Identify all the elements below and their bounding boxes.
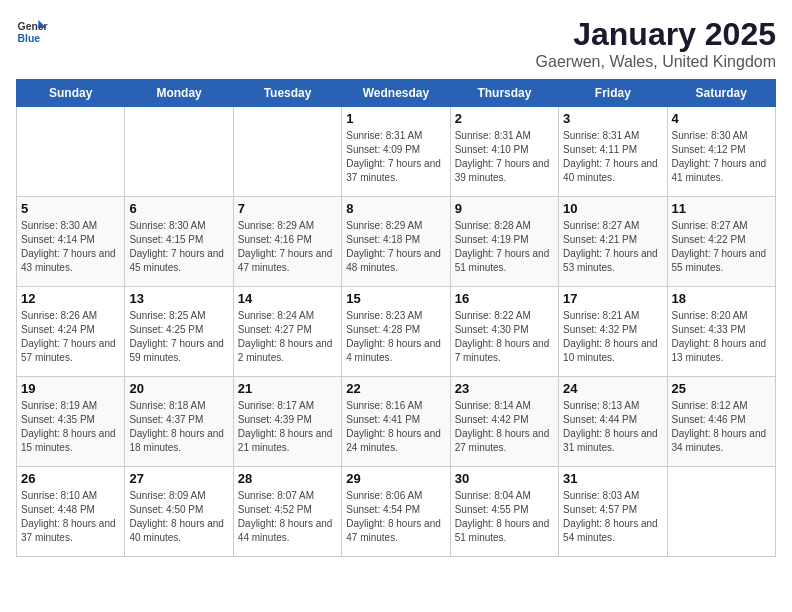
day-number: 19: [21, 381, 120, 396]
day-header-monday: Monday: [125, 80, 233, 107]
calendar-cell: 9Sunrise: 8:28 AM Sunset: 4:19 PM Daylig…: [450, 197, 558, 287]
day-info: Sunrise: 8:03 AM Sunset: 4:57 PM Dayligh…: [563, 489, 662, 545]
calendar-cell: 23Sunrise: 8:14 AM Sunset: 4:42 PM Dayli…: [450, 377, 558, 467]
day-info: Sunrise: 8:30 AM Sunset: 4:12 PM Dayligh…: [672, 129, 771, 185]
calendar-cell: 3Sunrise: 8:31 AM Sunset: 4:11 PM Daylig…: [559, 107, 667, 197]
page-header: General Blue January 2025 Gaerwen, Wales…: [16, 16, 776, 71]
day-number: 13: [129, 291, 228, 306]
calendar-cell: 11Sunrise: 8:27 AM Sunset: 4:22 PM Dayli…: [667, 197, 775, 287]
calendar-table: SundayMondayTuesdayWednesdayThursdayFrid…: [16, 79, 776, 557]
day-info: Sunrise: 8:18 AM Sunset: 4:37 PM Dayligh…: [129, 399, 228, 455]
calendar-cell: [233, 107, 341, 197]
day-header-saturday: Saturday: [667, 80, 775, 107]
logo: General Blue: [16, 16, 48, 48]
calendar-cell: 8Sunrise: 8:29 AM Sunset: 4:18 PM Daylig…: [342, 197, 450, 287]
page-title: January 2025: [536, 16, 776, 53]
calendar-cell: 1Sunrise: 8:31 AM Sunset: 4:09 PM Daylig…: [342, 107, 450, 197]
calendar-cell: 18Sunrise: 8:20 AM Sunset: 4:33 PM Dayli…: [667, 287, 775, 377]
calendar-week-1: 1Sunrise: 8:31 AM Sunset: 4:09 PM Daylig…: [17, 107, 776, 197]
day-info: Sunrise: 8:04 AM Sunset: 4:55 PM Dayligh…: [455, 489, 554, 545]
calendar-cell: 30Sunrise: 8:04 AM Sunset: 4:55 PM Dayli…: [450, 467, 558, 557]
page-subtitle: Gaerwen, Wales, United Kingdom: [536, 53, 776, 71]
day-number: 8: [346, 201, 445, 216]
day-number: 11: [672, 201, 771, 216]
day-header-wednesday: Wednesday: [342, 80, 450, 107]
day-number: 6: [129, 201, 228, 216]
calendar-cell: 28Sunrise: 8:07 AM Sunset: 4:52 PM Dayli…: [233, 467, 341, 557]
svg-text:Blue: Blue: [18, 33, 41, 44]
day-info: Sunrise: 8:16 AM Sunset: 4:41 PM Dayligh…: [346, 399, 445, 455]
day-header-friday: Friday: [559, 80, 667, 107]
calendar-cell: 15Sunrise: 8:23 AM Sunset: 4:28 PM Dayli…: [342, 287, 450, 377]
calendar-cell: 20Sunrise: 8:18 AM Sunset: 4:37 PM Dayli…: [125, 377, 233, 467]
day-number: 18: [672, 291, 771, 306]
day-info: Sunrise: 8:27 AM Sunset: 4:21 PM Dayligh…: [563, 219, 662, 275]
day-info: Sunrise: 8:25 AM Sunset: 4:25 PM Dayligh…: [129, 309, 228, 365]
day-number: 2: [455, 111, 554, 126]
day-info: Sunrise: 8:10 AM Sunset: 4:48 PM Dayligh…: [21, 489, 120, 545]
calendar-cell: 4Sunrise: 8:30 AM Sunset: 4:12 PM Daylig…: [667, 107, 775, 197]
calendar-cell: 27Sunrise: 8:09 AM Sunset: 4:50 PM Dayli…: [125, 467, 233, 557]
day-header-sunday: Sunday: [17, 80, 125, 107]
calendar-cell: 13Sunrise: 8:25 AM Sunset: 4:25 PM Dayli…: [125, 287, 233, 377]
day-number: 28: [238, 471, 337, 486]
day-number: 26: [21, 471, 120, 486]
day-info: Sunrise: 8:24 AM Sunset: 4:27 PM Dayligh…: [238, 309, 337, 365]
calendar-cell: 21Sunrise: 8:17 AM Sunset: 4:39 PM Dayli…: [233, 377, 341, 467]
calendar-cell: 22Sunrise: 8:16 AM Sunset: 4:41 PM Dayli…: [342, 377, 450, 467]
day-number: 16: [455, 291, 554, 306]
day-info: Sunrise: 8:12 AM Sunset: 4:46 PM Dayligh…: [672, 399, 771, 455]
day-number: 3: [563, 111, 662, 126]
day-info: Sunrise: 8:27 AM Sunset: 4:22 PM Dayligh…: [672, 219, 771, 275]
calendar-cell: 7Sunrise: 8:29 AM Sunset: 4:16 PM Daylig…: [233, 197, 341, 287]
day-info: Sunrise: 8:20 AM Sunset: 4:33 PM Dayligh…: [672, 309, 771, 365]
calendar-cell: 17Sunrise: 8:21 AM Sunset: 4:32 PM Dayli…: [559, 287, 667, 377]
day-number: 14: [238, 291, 337, 306]
day-number: 17: [563, 291, 662, 306]
calendar-week-4: 19Sunrise: 8:19 AM Sunset: 4:35 PM Dayli…: [17, 377, 776, 467]
day-info: Sunrise: 8:26 AM Sunset: 4:24 PM Dayligh…: [21, 309, 120, 365]
day-number: 4: [672, 111, 771, 126]
calendar-cell: 19Sunrise: 8:19 AM Sunset: 4:35 PM Dayli…: [17, 377, 125, 467]
day-number: 30: [455, 471, 554, 486]
day-info: Sunrise: 8:31 AM Sunset: 4:09 PM Dayligh…: [346, 129, 445, 185]
day-info: Sunrise: 8:29 AM Sunset: 4:18 PM Dayligh…: [346, 219, 445, 275]
day-number: 27: [129, 471, 228, 486]
calendar-week-5: 26Sunrise: 8:10 AM Sunset: 4:48 PM Dayli…: [17, 467, 776, 557]
calendar-cell: 2Sunrise: 8:31 AM Sunset: 4:10 PM Daylig…: [450, 107, 558, 197]
calendar-cell: 16Sunrise: 8:22 AM Sunset: 4:30 PM Dayli…: [450, 287, 558, 377]
day-info: Sunrise: 8:22 AM Sunset: 4:30 PM Dayligh…: [455, 309, 554, 365]
day-info: Sunrise: 8:21 AM Sunset: 4:32 PM Dayligh…: [563, 309, 662, 365]
day-info: Sunrise: 8:30 AM Sunset: 4:14 PM Dayligh…: [21, 219, 120, 275]
calendar-cell: 31Sunrise: 8:03 AM Sunset: 4:57 PM Dayli…: [559, 467, 667, 557]
day-header-tuesday: Tuesday: [233, 80, 341, 107]
calendar-week-3: 12Sunrise: 8:26 AM Sunset: 4:24 PM Dayli…: [17, 287, 776, 377]
day-info: Sunrise: 8:30 AM Sunset: 4:15 PM Dayligh…: [129, 219, 228, 275]
day-info: Sunrise: 8:29 AM Sunset: 4:16 PM Dayligh…: [238, 219, 337, 275]
day-number: 10: [563, 201, 662, 216]
calendar-cell: 10Sunrise: 8:27 AM Sunset: 4:21 PM Dayli…: [559, 197, 667, 287]
day-info: Sunrise: 8:07 AM Sunset: 4:52 PM Dayligh…: [238, 489, 337, 545]
day-number: 25: [672, 381, 771, 396]
day-info: Sunrise: 8:13 AM Sunset: 4:44 PM Dayligh…: [563, 399, 662, 455]
day-number: 20: [129, 381, 228, 396]
day-number: 29: [346, 471, 445, 486]
day-number: 22: [346, 381, 445, 396]
day-number: 31: [563, 471, 662, 486]
day-number: 1: [346, 111, 445, 126]
calendar-week-2: 5Sunrise: 8:30 AM Sunset: 4:14 PM Daylig…: [17, 197, 776, 287]
day-info: Sunrise: 8:31 AM Sunset: 4:11 PM Dayligh…: [563, 129, 662, 185]
day-info: Sunrise: 8:31 AM Sunset: 4:10 PM Dayligh…: [455, 129, 554, 185]
day-info: Sunrise: 8:06 AM Sunset: 4:54 PM Dayligh…: [346, 489, 445, 545]
calendar-cell: [17, 107, 125, 197]
title-area: January 2025 Gaerwen, Wales, United King…: [536, 16, 776, 71]
calendar-header-row: SundayMondayTuesdayWednesdayThursdayFrid…: [17, 80, 776, 107]
calendar-cell: 5Sunrise: 8:30 AM Sunset: 4:14 PM Daylig…: [17, 197, 125, 287]
day-number: 5: [21, 201, 120, 216]
day-info: Sunrise: 8:28 AM Sunset: 4:19 PM Dayligh…: [455, 219, 554, 275]
day-header-thursday: Thursday: [450, 80, 558, 107]
logo-icon: General Blue: [16, 16, 48, 48]
day-number: 7: [238, 201, 337, 216]
day-number: 9: [455, 201, 554, 216]
calendar-cell: 12Sunrise: 8:26 AM Sunset: 4:24 PM Dayli…: [17, 287, 125, 377]
